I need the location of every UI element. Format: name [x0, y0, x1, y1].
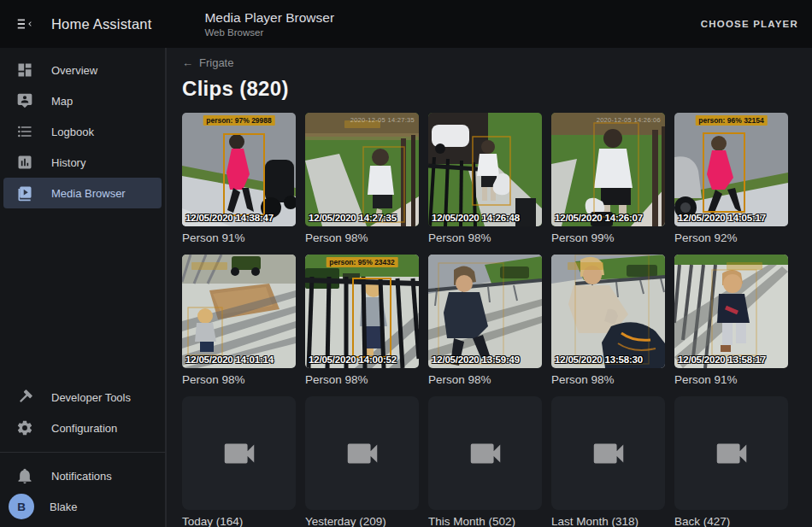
detection-label: person: 96% 32154 [695, 115, 768, 126]
folder-thumbnail[interactable] [428, 396, 542, 510]
clip-timestamp: 12/05/2020 14:27:35 [309, 213, 397, 223]
folder-item: Yesterday (209) [305, 396, 419, 527]
folder-label: Last Month (318) [551, 515, 665, 527]
sidebar-item-media-browser[interactable]: Media Browser [3, 178, 162, 208]
clip-item: person: 96% 32154 12/05/2020 14:05:17 Pe… [674, 113, 788, 245]
video-icon [220, 434, 259, 473]
sidebar-item-overview[interactable]: Overview [0, 55, 165, 85]
camera-osd-text: 2020-12-05 14:27:35 [350, 116, 415, 124]
clip-item: 12/05/2020 14:01:14 Person 98% [182, 255, 296, 387]
video-icon [466, 434, 505, 473]
sidebar: Overview Map Logbook History [0, 48, 167, 527]
camera-osd-text: 2020-12-05 14:26:06 [597, 116, 661, 124]
clip-scene [182, 113, 296, 226]
clip-scene [674, 255, 788, 368]
clip-scene [305, 255, 419, 368]
clip-item: person: 95% 23432 12/05/2020 14:00:52 Pe… [305, 255, 419, 387]
clip-thumbnail[interactable]: 12/05/2020 14:26:48 [428, 113, 542, 226]
sidebar-item-notifications[interactable]: Notifications [0, 460, 165, 491]
sidebar-item-map[interactable]: Map [0, 85, 165, 116]
bell-icon [15, 466, 34, 485]
video-icon [343, 434, 382, 473]
clip-timestamp: 12/05/2020 14:01:14 [185, 354, 274, 365]
clip-item: 12/05/2020 13:58:30 Person 98% [551, 255, 665, 387]
gear-icon [15, 419, 34, 437]
sidebar-item-label: Logbook [51, 126, 94, 138]
sidebar-item-logbook[interactable]: Logbook [0, 116, 165, 147]
media-browser-content: ← Frigate Clips (820) [167, 48, 812, 527]
clip-timestamp: 12/05/2020 14:26:07 [555, 213, 643, 223]
clip-timestamp: 12/05/2020 14:00:52 [309, 354, 397, 365]
play-box-multiple-icon [15, 184, 34, 202]
sidebar-divider [0, 452, 165, 453]
page-title: Clips (820) [182, 77, 812, 101]
profile-name: Blake [50, 501, 78, 513]
folder-label: Back (427) [674, 515, 788, 527]
clip-thumbnail[interactable]: person: 97% 29988 12/05/2020 14:38:47 [182, 113, 296, 226]
sidebar-item-label: Configuration [51, 422, 117, 435]
clip-scene [551, 113, 665, 226]
folder-thumbnail[interactable] [551, 396, 665, 510]
clip-scene [428, 113, 542, 226]
sidebar-item-developer-tools[interactable]: Developer Tools [0, 382, 165, 413]
clip-timestamp: 12/05/2020 13:58:30 [555, 354, 643, 365]
main-layout: Overview Map Logbook History [0, 48, 812, 527]
dashboard-icon [15, 61, 34, 79]
media-player-subtitle: Web Browser [204, 26, 334, 38]
sidebar-item-history[interactable]: History [0, 147, 165, 178]
clip-timestamp: 12/05/2020 14:38:47 [185, 213, 274, 223]
clip-caption: Person 98% [182, 373, 296, 387]
clip-thumbnail[interactable]: person: 95% 23432 12/05/2020 14:00:52 [305, 255, 419, 368]
clip-thumbnail[interactable]: 12/05/2020 13:58:30 [551, 255, 665, 368]
clip-caption: Person 98% [428, 373, 542, 387]
clip-caption: Person 92% [674, 231, 788, 245]
sidebar-item-configuration[interactable]: Configuration [0, 413, 165, 443]
sidebar-spacer [0, 208, 165, 382]
folder-item: Last Month (318) [551, 396, 665, 527]
video-icon [712, 434, 751, 473]
menu-icon [15, 15, 34, 33]
media-player-header: Media Player Browser Web Browser [204, 9, 334, 38]
clip-caption: Person 98% [428, 231, 542, 245]
clip-thumbnail[interactable]: 12/05/2020 13:59:49 [428, 255, 542, 368]
clip-item: 2020-12-05 14:27:35 12/05/2020 14:27:35 … [305, 113, 419, 245]
sidebar-item-label: Overview [51, 64, 97, 77]
top-app-bar: Home Assistant Media Player Browser Web … [0, 0, 812, 48]
map-account-icon [15, 91, 34, 110]
sidebar-item-label: Notifications [51, 470, 112, 483]
clip-caption: Person 98% [305, 231, 419, 245]
folder-label: This Month (502) [428, 515, 542, 527]
clip-timestamp: 12/05/2020 14:26:48 [432, 213, 520, 223]
clip-timestamp: 12/05/2020 13:58:17 [678, 354, 766, 365]
app-title: Home Assistant [51, 16, 151, 32]
clip-scene [551, 255, 665, 368]
media-player-title: Media Player Browser [204, 9, 334, 26]
clip-item: 12/05/2020 13:59:49 Person 98% [428, 255, 542, 387]
folder-thumbnail[interactable] [674, 396, 788, 510]
sidebar-toggle-button[interactable] [5, 4, 44, 44]
clip-item: 12/05/2020 14:26:48 Person 98% [428, 113, 542, 245]
detection-label-faded [191, 262, 227, 270]
folder-item: Today (164) [182, 396, 296, 527]
sidebar-item-label: Map [51, 95, 73, 108]
clip-caption: Person 91% [674, 373, 788, 387]
sidebar-item-profile[interactable]: B Blake [0, 491, 165, 522]
clip-thumbnail[interactable]: 2020-12-05 14:26:06 12/05/2020 14:26:07 [551, 113, 665, 226]
clip-thumbnail[interactable]: 12/05/2020 13:58:17 [674, 255, 788, 368]
avatar: B [9, 494, 34, 519]
clip-timestamp: 12/05/2020 13:59:49 [432, 354, 520, 365]
choose-player-button[interactable]: CHOOSE PLAYER [701, 19, 798, 29]
breadcrumb-back[interactable]: ← Frigate [182, 56, 233, 69]
sidebar-item-label: History [51, 156, 85, 169]
folder-item: This Month (502) [428, 396, 542, 527]
folder-label: Yesterday (209) [305, 515, 419, 527]
folder-thumbnail[interactable] [182, 396, 296, 510]
clip-scene [674, 113, 788, 226]
video-icon [589, 434, 628, 473]
clip-caption: Person 98% [305, 373, 419, 387]
clip-thumbnail[interactable]: 12/05/2020 14:01:14 [182, 255, 296, 368]
clip-thumbnail[interactable]: person: 96% 32154 12/05/2020 14:05:17 [674, 113, 788, 226]
clip-caption: Person 99% [551, 231, 665, 245]
folder-thumbnail[interactable] [305, 396, 419, 510]
clip-thumbnail[interactable]: 2020-12-05 14:27:35 12/05/2020 14:27:35 [305, 113, 419, 226]
